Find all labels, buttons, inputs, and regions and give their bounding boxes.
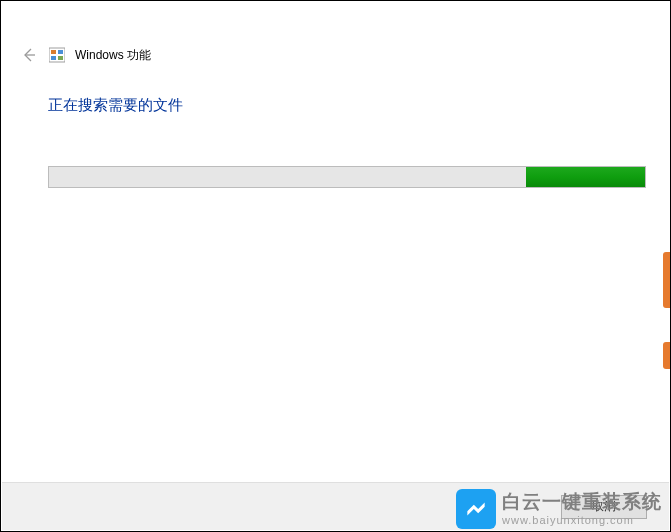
status-message: 正在搜索需要的文件 — [48, 96, 183, 115]
progress-bar — [48, 166, 646, 188]
windows-features-icon — [49, 47, 65, 63]
svg-rect-7 — [58, 56, 63, 60]
dialog-header: Windows 功能 — [19, 45, 151, 65]
back-arrow-icon — [21, 47, 37, 63]
dialog-title: Windows 功能 — [75, 47, 151, 64]
svg-rect-5 — [58, 50, 63, 54]
close-button[interactable] — [636, 9, 660, 33]
dialog-window: Windows 功能 正在搜索需要的文件 取消 白云一键重装系统 www.bai… — [0, 0, 671, 532]
svg-rect-4 — [51, 50, 56, 54]
svg-rect-6 — [51, 56, 56, 60]
dialog-footer: 取消 — [2, 482, 669, 530]
side-decoration — [663, 342, 670, 369]
progress-fill — [526, 167, 645, 187]
back-button[interactable] — [19, 45, 39, 65]
side-decoration — [663, 252, 670, 308]
cancel-button[interactable]: 取消 — [561, 495, 647, 519]
